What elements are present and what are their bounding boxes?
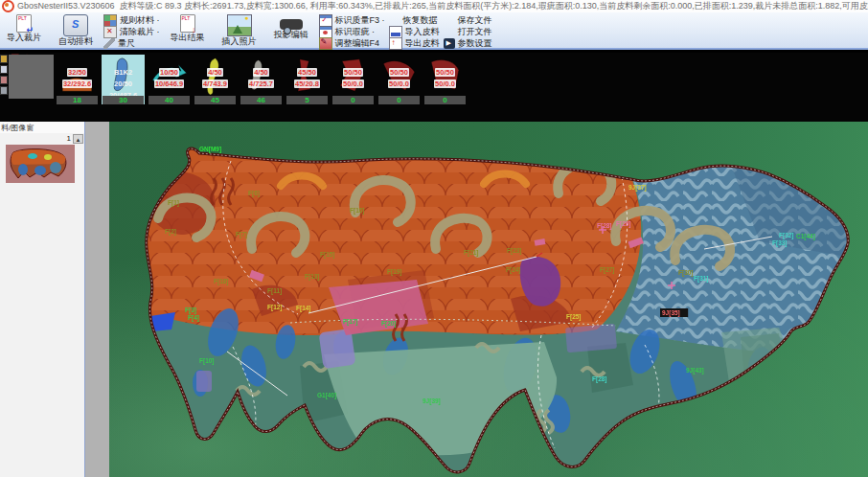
piece-label: F[16] [350,207,365,215]
piece-label: F[2] [165,228,176,236]
piece-tile-8[interactable]: 50/5050/0.00 [377,55,421,104]
toolbar-group: 插入照片 [216,13,263,47]
piece-remaining-count: 0 [424,96,466,104]
piece-label: F[27] [600,266,615,274]
hide-drawing: GN[M9]F[1]F[2]F[6]F[7]F[16]F[15]F[13]F[1… [108,126,868,477]
piece-count-ratio: 50/50 [343,68,363,77]
piece-label: F[32] [779,232,794,239]
piece-remaining-count: 30 [103,96,144,104]
hide-stats: 皮料等级:C 89.3 皮料长:2691.73,皮料宽:1300.66, 利用率… [120,1,868,11]
piece-tile-7[interactable]: 50/5050/0.00 [331,55,375,104]
piece-count-ratio: 50/50 [389,68,409,77]
panel-splitter[interactable] [84,122,109,477]
piece-tile-6[interactable]: 45/5045/20.85 [286,55,329,104]
toolbar-group: 标识质量F3 ·标识瑕疵 ·调整编辑F4 [319,13,385,49]
toolbar-group: 自动排料 [52,13,100,47]
piece-label: F[1] [168,199,179,207]
piece-label: F[3] [185,307,196,314]
toolbar-button-label: 导出结果 [171,33,205,43]
grid-view-icon[interactable] [0,86,8,95]
toolbar-item-settings[interactable]: 参数设置 [444,37,492,49]
piece-label: F[4] [188,314,199,322]
list-view-icon[interactable] [0,65,8,74]
piece-tile-5[interactable]: 4/504/725.746 [240,55,283,104]
toolbar-button-label: 自动排料 [58,36,93,47]
toolbar-item-adjust-edit[interactable]: 调整编辑F4 [319,37,385,49]
toolbar-item-none[interactable]: 打开文件 [444,26,492,37]
toolbar-button-projector[interactable]: 投影编辑 [267,13,315,40]
current-sheet-tile[interactable] [9,55,54,99]
piece-tile-2[interactable]: B1K220/5020/487.630 [102,55,145,104]
toolbar-item-label: 量尺 [118,37,135,50]
piece-area-value: 50/0.0 [434,80,456,88]
piece-count-ratio: 20/50 [113,80,133,88]
piece-tile-1[interactable]: 32/5032/292.618 [56,55,99,104]
page-number: 1 [67,134,71,143]
piece-tile-4[interactable]: 4/504/743.945 [194,55,237,104]
piece-label: F[18] [214,278,229,285]
toolbar-item-none[interactable]: 恢复数据 [389,14,440,26]
piece-label: C1[44] [796,233,815,240]
toolbar-item-import-leather[interactable]: 导入皮料 [389,26,440,37]
toolbar-button-import-pieces[interactable]: 导入裁片 [0,13,48,43]
piece-tile-3[interactable]: 10/5010/646.940 [148,55,191,104]
toolbar-item-mark-flaw[interactable]: 标识瑕疵 · [319,26,385,37]
piece-count-ratio: 32/50 [67,68,87,77]
piece-label: 9J[35] [662,309,680,317]
piece-tile-text: 4/504/743.9 [194,65,237,88]
piece-area-value: 50/0.0 [388,80,410,88]
piece-area-value: 4/743.9 [202,80,228,88]
title-text: GbosNesterII53.V230606 皮料等级:C 89.3 皮料长:2… [17,0,868,12]
piece-label: F[20] [381,320,397,328]
piece-label: F[10] [199,357,215,365]
piece-tile-text: B1K220/5020/487.6 [102,65,145,100]
app-name: GbosNesterII53.V230606 [17,1,115,11]
sidebar: 料/图像窗 1 ▲ [0,122,84,477]
toolbar-item-label: 导出皮料 [405,37,440,50]
piece-label: F[33] [772,239,788,247]
piece-label: F[19] [387,268,402,276]
piece-label: 9J[39] [423,398,441,405]
piece-tile-9[interactable]: 50/5050/0.00 [423,55,467,104]
toolbar-button-auto-nest[interactable]: 自动排料 [52,13,100,47]
piece-label: F[30] [678,269,694,277]
piece-label: 9J[43] [686,367,704,375]
toolbar-button-export-result[interactable]: 导出结果 [164,13,212,43]
toolbar-item-export-leather[interactable]: 导出皮料 [389,37,440,49]
toolbar-item-mark-quality[interactable]: 标识质量F3 · [319,14,385,26]
piece-label: 9J[37] [628,184,647,192]
import-pieces-icon [16,14,32,33]
export-result-icon [180,14,195,33]
toolbar-item-rules-material[interactable]: 规则材料 · [103,14,160,26]
piece-tile-text: 50/5050/0.0 [377,65,421,88]
piece-label: F[28] [592,375,607,383]
piece-area-value: 10/646.9 [154,80,184,88]
piece-area-value: 4/725.7 [248,80,274,88]
toolbar-item-none[interactable]: 保存文件 [444,14,492,26]
piece-area-value: 50/0.0 [342,80,364,88]
toolbar-button-insert-photo[interactable]: 插入照片 [216,13,263,47]
scroll-up-button[interactable]: ▲ [73,134,83,144]
toolbar-group: 规则材料 ·清除裁片 ·量尺 [103,13,160,49]
toolbar-item-ruler[interactable]: 量尺 [103,37,160,49]
piece-tile-text: 45/5045/20.8 [286,65,329,88]
piece-name: B1K2 [113,68,133,77]
piece-remaining-count: 0 [332,96,374,104]
toolbar-button-label: 投影编辑 [274,30,308,40]
toolbar-item-clear-pieces[interactable]: 清除裁片 · [103,26,160,37]
edit-pencil-icon[interactable] [0,55,8,63]
piece-tile-list: 32/5032/292.618B1K220/5020/487.63010/501… [56,55,467,106]
hide-thumbnail[interactable] [6,145,75,183]
piece-label: GN[M9] [199,146,221,153]
piece-count-ratio: 50/50 [435,68,455,77]
toolbar-item-label: 调整编辑F4 [335,37,380,50]
piece-area-value: 45/20.8 [294,80,320,88]
clear-pieces-icon [103,26,117,38]
piece-label: F[12] [267,304,283,311]
nesting-canvas[interactable]: GN[M9]F[1]F[2]F[6]F[7]F[16]F[15]F[13]F[1… [108,122,868,477]
image-view-icon[interactable] [0,76,8,84]
ruler-icon [103,38,115,49]
piece-count-ratio: 45/50 [297,68,317,77]
piece-tile-text: 4/504/725.7 [240,65,283,88]
auto-nest-icon [63,14,88,36]
